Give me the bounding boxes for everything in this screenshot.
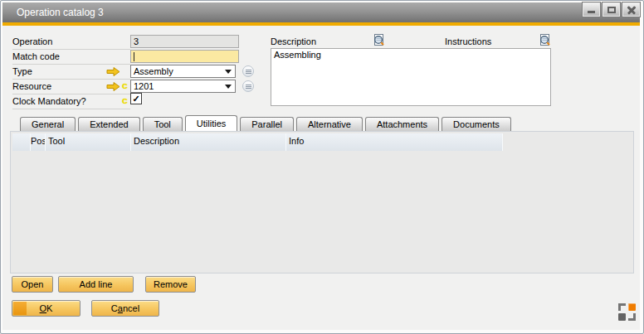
operation-label-row: Operation: [12, 35, 130, 50]
window-controls: [583, 2, 640, 17]
instructions-preview-icon[interactable]: [538, 33, 552, 47]
resource-dropdown-value: 1201: [134, 81, 154, 91]
column-header-tool[interactable]: Tool: [46, 133, 131, 151]
checkmark-icon: ✓: [132, 94, 139, 104]
window-title: Operation catalog 3: [17, 2, 104, 22]
tab-bar: General Extended Tool Utilities Parallel…: [20, 116, 511, 131]
tab-parallel[interactable]: Parallel: [240, 117, 294, 131]
minimize-button[interactable]: [583, 2, 600, 17]
column-header-description[interactable]: Description: [131, 133, 286, 151]
text-caret: [134, 52, 134, 61]
operation-catalog-window: Operation catalog 3 Operation Match code…: [0, 0, 644, 334]
match-code-label-row: Match code: [12, 50, 130, 65]
minimize-icon: [588, 11, 595, 13]
resource-dropdown[interactable]: 1201: [130, 80, 236, 93]
instructions-label: Instructions: [445, 36, 491, 46]
clock-mandatory-label: Clock Mandatory?: [12, 96, 86, 106]
table-header-row: Pos Tool Description Info: [12, 133, 632, 151]
table-header-filler: [503, 133, 632, 151]
clock-mandatory-checkbox[interactable]: ✓: [130, 93, 142, 104]
resource-link-arrow-icon[interactable]: [106, 82, 120, 91]
tab-attachments[interactable]: Attachments: [365, 117, 439, 131]
ok-button-default-marker: [13, 302, 27, 315]
column-header-info[interactable]: Info: [286, 133, 503, 151]
cancel-button[interactable]: Cancel: [91, 300, 159, 317]
remove-button[interactable]: Remove: [145, 276, 196, 293]
corner-dark-square: [618, 313, 626, 321]
title-bar[interactable]: Operation catalog 3: [2, 2, 640, 22]
tab-extended[interactable]: Extended: [78, 117, 139, 131]
corner-bracket-top-left: [618, 303, 626, 311]
close-button[interactable]: [622, 2, 640, 17]
tab-tool[interactable]: Tool: [143, 117, 183, 131]
description-preview-icon[interactable]: [372, 33, 386, 47]
tab-general[interactable]: General: [20, 117, 76, 131]
form-settings-icon[interactable]: [618, 303, 636, 321]
type-link-arrow-icon[interactable]: [106, 67, 120, 76]
column-header-pos[interactable]: Pos: [31, 133, 46, 151]
resource-active-indicator-icon: C: [122, 82, 128, 90]
corner-orange-square: [628, 303, 636, 311]
maximize-button[interactable]: [603, 2, 620, 17]
ok-button-label: OK: [40, 303, 53, 313]
corner-bracket-bottom-right: [628, 313, 636, 321]
column-header-rownum[interactable]: [12, 133, 31, 151]
resource-choose-from-list-icon[interactable]: [242, 80, 254, 92]
add-line-button[interactable]: Add line: [58, 276, 134, 293]
chevron-down-icon: [225, 70, 232, 74]
maximize-icon: [607, 7, 616, 13]
chevron-down-icon: [225, 85, 232, 89]
tab-documents[interactable]: Documents: [442, 117, 511, 131]
cancel-button-label: Cancel: [111, 303, 139, 313]
match-code-input[interactable]: [130, 50, 239, 63]
tab-alternative[interactable]: Alternative: [296, 117, 363, 131]
operation-input[interactable]: [130, 35, 239, 48]
type-dropdown[interactable]: Assembly: [130, 65, 236, 78]
ok-button[interactable]: OK: [12, 300, 80, 317]
match-code-label: Match code: [12, 51, 60, 61]
resource-label: Resource: [12, 81, 51, 91]
utilities-table: Pos Tool Description Info: [10, 131, 634, 273]
open-button[interactable]: Open: [12, 276, 53, 293]
clock-mandatory-label-row: Clock Mandatory?: [12, 94, 130, 109]
description-label: Description: [271, 36, 316, 46]
type-choose-from-list-icon[interactable]: [242, 65, 254, 77]
type-dropdown-value: Assembly: [134, 66, 173, 76]
description-textarea[interactable]: Assembling: [271, 48, 551, 106]
clock-active-indicator-icon: C: [122, 97, 128, 105]
type-label: Type: [12, 66, 32, 76]
table-body-empty[interactable]: [12, 151, 632, 270]
tab-utilities[interactable]: Utilities: [185, 115, 237, 131]
operation-label: Operation: [12, 36, 52, 46]
